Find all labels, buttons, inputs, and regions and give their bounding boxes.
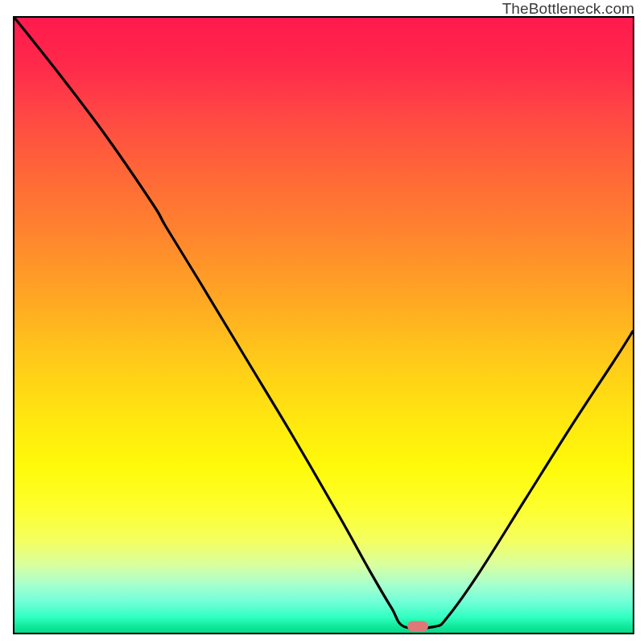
plot-area: [13, 16, 634, 634]
bottleneck-curve: [14, 18, 633, 629]
watermark-text: TheBottleneck.com: [502, 0, 634, 18]
optimal-marker: [407, 621, 428, 631]
chart-container: TheBottleneck.com: [0, 0, 644, 644]
curve-svg: [14, 18, 633, 633]
